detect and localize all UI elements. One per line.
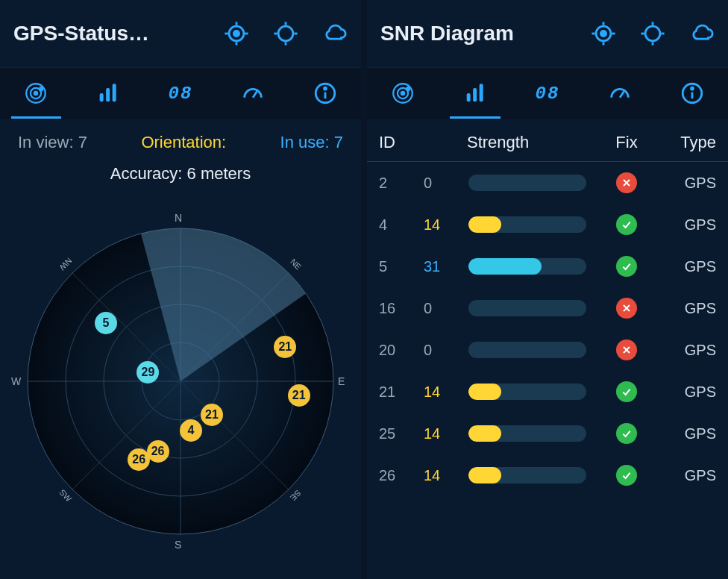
cell-strength-value: 0 <box>424 300 458 317</box>
tab-radar[interactable] <box>0 68 72 119</box>
svg-rect-16 <box>106 88 110 101</box>
target-icon[interactable] <box>640 21 665 46</box>
page-title: SNR Diagram <box>380 22 591 46</box>
cross-icon <box>616 339 637 360</box>
compass-s: S <box>175 539 181 551</box>
header: GPS-Status… <box>0 0 361 67</box>
satellite-dot: 5 <box>95 312 117 334</box>
cell-type: GPS <box>656 300 716 317</box>
cell-fix <box>597 256 656 277</box>
cell-fix <box>597 298 656 319</box>
svg-rect-46 <box>473 88 477 101</box>
strength-bar <box>468 467 586 483</box>
pane-snr-diagram: SNR Diagram 08 ID Strength Fix Type 20GP… <box>367 0 728 579</box>
satellite-dot: 26 <box>147 440 169 463</box>
compass-e: E <box>338 375 345 387</box>
cell-strength-value: 0 <box>424 175 458 192</box>
cell-type: GPS <box>656 384 716 401</box>
cell-type: GPS <box>656 467 716 484</box>
satellite-dot: 21 <box>288 384 310 407</box>
header-actions <box>224 21 348 46</box>
col-strength: Strength <box>424 133 597 152</box>
table-row: 2614GPS <box>367 454 728 496</box>
svg-point-14 <box>40 87 43 90</box>
svg-line-18 <box>253 91 257 98</box>
strength-bar <box>468 216 586 233</box>
svg-point-21 <box>324 87 326 90</box>
cell-id: 20 <box>379 342 424 359</box>
strength-bar <box>468 425 586 442</box>
cell-strength-value: 14 <box>424 384 458 401</box>
tab-info[interactable] <box>289 68 361 119</box>
svg-point-51 <box>691 87 693 90</box>
cell-strength-value: 14 <box>424 425 458 442</box>
page-title: GPS-Status… <box>13 22 224 46</box>
check-icon <box>616 423 637 444</box>
cell-strength-value: 31 <box>424 258 458 275</box>
tab-gauge[interactable] <box>583 68 656 119</box>
check-icon <box>616 214 637 235</box>
col-id: ID <box>379 133 424 152</box>
svg-point-1 <box>233 31 239 36</box>
check-icon <box>616 381 637 402</box>
svg-point-6 <box>278 26 293 41</box>
cell-strength-value: 14 <box>424 216 458 234</box>
locate-icon[interactable] <box>591 21 616 46</box>
cell-id: 26 <box>379 467 424 484</box>
cell-id: 25 <box>379 425 424 442</box>
svg-point-13 <box>34 92 37 95</box>
table-row: 200GPS <box>367 329 728 371</box>
table-body: 20GPS414GPS531GPS160GPS200GPS2114GPS2514… <box>367 162 728 579</box>
strength-bar <box>468 258 586 275</box>
svg-rect-47 <box>480 84 483 101</box>
table-row: 20GPS <box>367 162 728 204</box>
compass-n: N <box>175 212 182 224</box>
tab-digital[interactable]: 08 <box>145 68 217 119</box>
tab-gauge[interactable] <box>216 68 289 119</box>
check-icon <box>616 465 637 486</box>
cross-icon <box>616 172 637 193</box>
cell-fix <box>597 381 656 402</box>
table-row: 414GPS <box>367 204 728 245</box>
table-header: ID Strength Fix Type <box>367 119 728 162</box>
target-icon[interactable] <box>273 21 298 46</box>
tab-bars[interactable] <box>72 68 145 119</box>
status-row: In view: 7 Orientation: In use: 7 <box>0 119 361 160</box>
cell-fix <box>597 339 656 360</box>
cell-id: 4 <box>379 216 424 234</box>
tab-radar[interactable] <box>367 68 439 119</box>
cell-strength-value: 14 <box>424 467 458 484</box>
svg-point-43 <box>401 92 404 95</box>
locate-icon[interactable] <box>224 21 249 46</box>
tab-info[interactable] <box>656 68 728 119</box>
svg-point-36 <box>645 26 660 41</box>
orientation-label: Orientation: <box>141 133 226 152</box>
cross-icon <box>616 298 637 319</box>
table-row: 2114GPS <box>367 371 728 413</box>
tab-digital[interactable]: 08 <box>512 68 584 119</box>
cell-fix <box>597 172 656 193</box>
in-view-label: In view: 7 <box>18 133 87 152</box>
in-use-label: In use: 7 <box>280 133 343 152</box>
strength-bar <box>468 175 586 191</box>
cloud-icon[interactable] <box>689 21 715 46</box>
check-icon <box>616 256 637 277</box>
col-type: Type <box>656 133 716 152</box>
strength-bar <box>468 300 586 316</box>
header: SNR Diagram <box>367 0 728 67</box>
cell-fix <box>597 423 656 444</box>
tab-bars[interactable] <box>439 68 512 119</box>
satellite-dot: 21 <box>201 404 223 426</box>
cell-strength-value: 0 <box>424 342 458 359</box>
svg-point-44 <box>407 87 410 90</box>
cell-type: GPS <box>656 258 716 275</box>
cell-type: GPS <box>656 175 716 192</box>
svg-rect-17 <box>113 84 116 101</box>
accuracy-label: Accuracy: 6 meters <box>0 164 361 184</box>
cell-id: 5 <box>379 258 424 275</box>
cloud-icon[interactable] <box>322 21 348 46</box>
cell-id: 21 <box>379 384 424 401</box>
cell-fix <box>597 465 656 486</box>
svg-line-48 <box>620 91 624 98</box>
table-row: 531GPS <box>367 245 728 287</box>
